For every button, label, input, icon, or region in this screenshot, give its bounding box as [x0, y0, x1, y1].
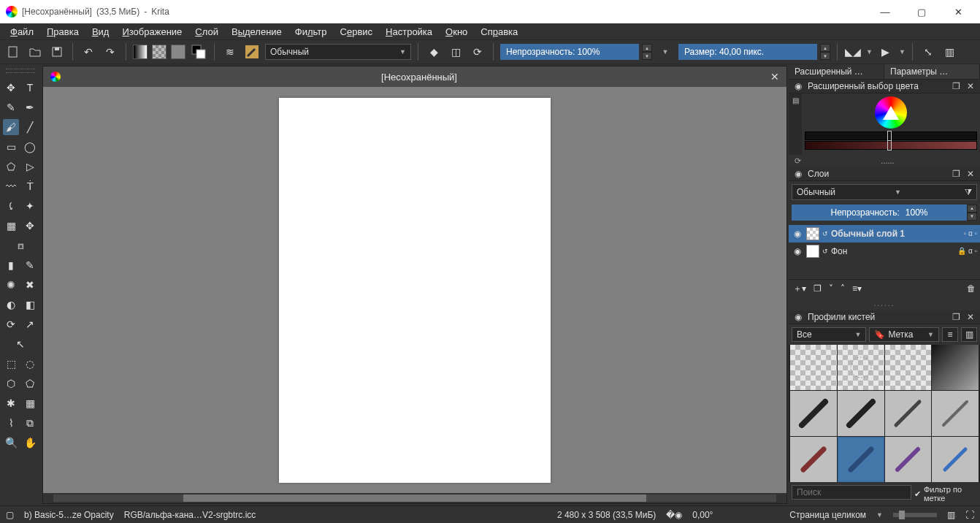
color-strip-2[interactable]	[805, 141, 977, 150]
status-zoom[interactable]: Страница целиком	[789, 510, 866, 520]
menu-filter[interactable]: Фильтр	[289, 25, 333, 39]
edit-shapes-tool[interactable]: ✎	[3, 99, 19, 115]
text-tool[interactable]: T	[22, 80, 38, 96]
size-steppers[interactable]: ▲▼	[820, 44, 830, 60]
move-tool[interactable]: ✥	[3, 80, 19, 96]
mirror-v-menu[interactable]: ▼	[899, 48, 906, 56]
menu-image[interactable]: Изображение	[116, 25, 188, 39]
angle-reset-icon[interactable]: �◉	[666, 510, 682, 520]
layer-row[interactable]: ◉ ↺ Обычный слой 1 ▫ α ▫	[789, 225, 980, 243]
brush-preset[interactable]	[790, 345, 837, 390]
pattern-checker-swatch[interactable]	[152, 45, 166, 59]
menu-file[interactable]: Файл	[4, 25, 39, 39]
brush-storage-button[interactable]: ▥	[961, 327, 977, 342]
redo-button[interactable]: ↷	[102, 43, 119, 61]
menu-view[interactable]: Вид	[86, 25, 115, 39]
workspace-button[interactable]: ▥	[941, 43, 959, 61]
close-panel-icon[interactable]: ✕	[965, 312, 976, 322]
pattern-edit-tool[interactable]: ✖	[22, 277, 38, 293]
alpha-lock-button[interactable]: ◫	[447, 43, 464, 61]
zoom-tool[interactable]: 🔍	[3, 435, 19, 451]
brush-preset[interactable]	[932, 437, 979, 482]
add-layer-button[interactable]: ＋▾	[793, 283, 806, 295]
zoom-slider[interactable]	[893, 513, 937, 517]
layer-blend-dropdown[interactable]: Обычный ▼ ⧩	[792, 184, 977, 200]
ellipse-select-tool[interactable]: ◌	[22, 356, 38, 372]
window-maximize-button[interactable]: ▢	[906, 1, 938, 22]
brush-editor-button[interactable]	[243, 43, 261, 61]
window-close-button[interactable]: ✕	[942, 1, 974, 22]
float-icon[interactable]: ❐	[951, 81, 961, 91]
opacity-steppers[interactable]: ▲▼	[642, 44, 652, 60]
transform-tool[interactable]: ▦	[3, 218, 19, 234]
brush-tag-filter[interactable]: Все ▼	[792, 327, 866, 342]
lock-icon[interactable]: ◉	[793, 81, 803, 91]
move-up-button[interactable]: ˄	[841, 283, 845, 294]
layer-name[interactable]: Обычный слой 1	[831, 229, 961, 239]
brush-presets-button[interactable]: ≋	[221, 43, 239, 61]
poly-select-tool[interactable]: ⬠	[22, 375, 38, 392]
undo-button[interactable]: ↶	[80, 43, 97, 61]
brush-preset[interactable]	[885, 391, 932, 436]
eyedropper-tool[interactable]: ↖	[12, 336, 28, 352]
horizontal-scrollbar[interactable]	[43, 493, 786, 503]
mirror-h-menu[interactable]: ▼	[866, 48, 873, 56]
bezier-select-tool[interactable]: ⌇	[3, 415, 19, 431]
open-file-button[interactable]	[26, 43, 44, 61]
visibility-icon[interactable]: ◉	[792, 229, 803, 239]
multibrush-tool[interactable]: ✦	[22, 198, 38, 214]
filter-by-tag-checkbox[interactable]: ✔Фильтр по метке	[914, 485, 977, 503]
color-picker-tool[interactable]: ✎	[22, 257, 38, 273]
magnetic-select-tool[interactable]: ⧉	[22, 415, 38, 431]
fill-tool[interactable]: ▮	[3, 257, 19, 273]
move-down-button[interactable]: ˅	[829, 283, 833, 294]
tab-advanced-color[interactable]: Расширенный …	[789, 64, 884, 79]
pattern-noise-swatch[interactable]	[171, 45, 185, 59]
brush-tag-label-dropdown[interactable]: 🔖 Метка ▼	[869, 327, 939, 342]
document-tab[interactable]: [Несохранённый] ✕	[43, 66, 786, 87]
layer-name[interactable]: Фон	[831, 246, 954, 256]
float-icon[interactable]: ❐	[951, 169, 961, 179]
delete-layer-button[interactable]: 🗑	[967, 283, 976, 294]
window-minimize-button[interactable]: —	[869, 1, 901, 22]
save-file-button[interactable]	[48, 43, 66, 61]
close-panel-icon[interactable]: ✕	[965, 81, 976, 91]
color-strip-1[interactable]	[805, 131, 977, 140]
rect-select-tool[interactable]: ⬚	[3, 356, 19, 372]
smart-fill-tool[interactable]: ✺	[3, 277, 19, 293]
blend-mode-dropdown[interactable]: Обычный ▼	[265, 44, 411, 60]
eraser-mode-button[interactable]: ◆	[425, 43, 443, 61]
mirror-vertical-button[interactable]: ▶	[877, 43, 895, 61]
brush-preset[interactable]	[885, 437, 932, 482]
menu-select[interactable]: Выделение	[226, 25, 288, 39]
layer-opacity-slider[interactable]: Непрозрачность: 100%	[792, 205, 967, 221]
calligraphy-tool[interactable]: ✒	[22, 99, 38, 115]
freehand-select-tool[interactable]: ⬡	[3, 375, 19, 392]
contiguous-select-tool[interactable]: ✱	[3, 395, 19, 411]
canvas-page[interactable]	[279, 98, 551, 483]
menu-help[interactable]: Справка	[475, 25, 524, 39]
ellipse-tool[interactable]: ◯	[22, 139, 38, 155]
crop-tool[interactable]: ⧈	[12, 237, 28, 253]
refresh-icon[interactable]: ⟳	[795, 156, 801, 166]
layer-row[interactable]: ◉ ↺ Фон 🔒 α ▫	[789, 243, 980, 260]
brush-preset[interactable]	[932, 345, 979, 390]
zoom-dropdown-icon[interactable]: ▼	[876, 511, 883, 519]
menu-settings[interactable]: Настройка	[380, 25, 438, 39]
brush-preset[interactable]	[790, 391, 837, 436]
layer-opacity-steppers[interactable]: ▲▼	[967, 205, 977, 221]
reference-tool[interactable]: ↗	[22, 316, 38, 332]
brush-preset[interactable]	[838, 437, 884, 482]
layer-locks[interactable]: 🔒 α ▫	[957, 247, 977, 255]
gradient-tool[interactable]: ◐	[3, 297, 19, 313]
fullscreen-icon[interactable]: ⛶	[965, 510, 974, 520]
brush-preset[interactable]	[790, 437, 837, 482]
assistant-tool[interactable]: ◧	[22, 297, 38, 313]
brush-preset[interactable]	[838, 345, 884, 390]
bezier-tool[interactable]: 〰	[3, 178, 19, 194]
menu-edit[interactable]: Правка	[41, 25, 85, 39]
rectangle-tool[interactable]: ▭	[3, 139, 19, 155]
polygon-tool[interactable]: ⬠	[3, 159, 19, 175]
polyline-tool[interactable]: ▷	[22, 159, 38, 175]
opacity-menu-icon[interactable]: ▼	[656, 43, 674, 61]
